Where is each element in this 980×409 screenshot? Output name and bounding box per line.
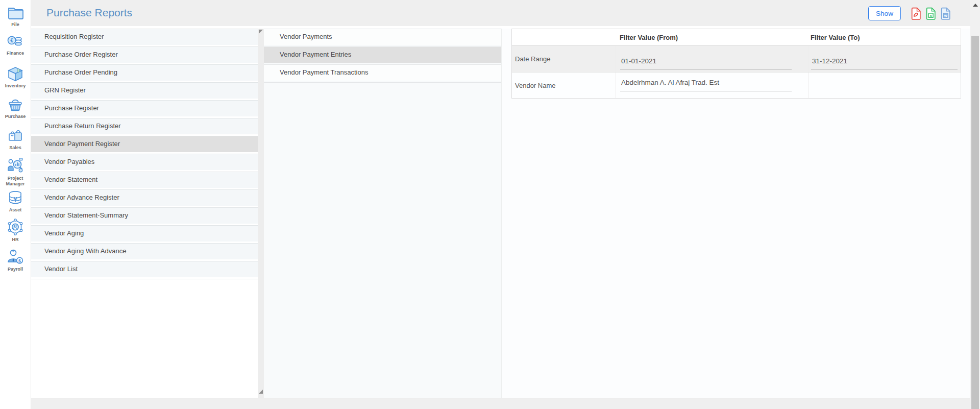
list-divider [31,279,258,279]
sidebar-item-label: Asset [0,207,31,213]
list-divider [264,82,501,83]
report-item[interactable]: Purchase Order Register [31,46,258,64]
report-item[interactable]: Vendor Payables [31,154,258,172]
filter-table-header: Filter Value (From) Filter Value (To) [512,29,961,46]
report-item[interactable]: Purchase Return Register [31,118,258,136]
filter-table: Filter Value (From) Filter Value (To) Da… [511,29,961,99]
splitter-collapse-bottom-icon[interactable] [259,390,263,394]
sidebar-item-label: Purchase [0,114,31,119]
person-analytics-icon [0,157,31,175]
report-item[interactable]: Vendor Statement-Summary [31,207,258,225]
footer-bar [31,398,970,409]
panel-splitter[interactable] [258,29,264,398]
sub-report-list-panel: Vendor Payments Vendor Payment Entries V… [264,29,502,398]
splitter-collapse-top-icon[interactable] [259,30,263,34]
coins-icon: € [0,33,31,50]
show-button[interactable]: Show [868,6,901,20]
export-word-icon[interactable]: w [940,7,951,20]
sidebar-item-label: Inventory [0,83,31,89]
sidebar-item-label: HR [0,237,31,243]
header-bar: Purchase Reports Show x w [31,0,970,26]
report-item[interactable]: Purchase Order Pending [31,64,258,82]
scrollbar-thumb[interactable] [971,36,979,409]
export-pdf-icon[interactable] [911,7,922,20]
sidebar-item-sales[interactable]: Sales [0,127,31,151]
person-dollar-icon: $ [0,248,31,266]
sidebar-item-project-manager[interactable]: Project Manager [0,157,31,187]
svg-text:$: $ [18,258,21,263]
sidebar-item-label: File [0,22,31,28]
filter-empty-cell [808,73,960,98]
sidebar-item-inventory[interactable]: Inventory [0,65,31,89]
date-from-input[interactable] [620,56,792,70]
svg-text:¥: ¥ [13,196,17,203]
money-stack-icon: ¥ [0,189,31,207]
filter-panel: Filter Value (From) Filter Value (To) Da… [502,29,970,398]
report-item[interactable]: Vendor Aging [31,225,258,243]
report-item[interactable]: Purchase Register [31,100,258,118]
date-to-input[interactable] [811,56,958,70]
sub-report-item-selected[interactable]: Vendor Payment Entries [264,46,501,64]
report-item[interactable]: Vendor Advance Register [31,189,258,207]
svg-text:w: w [944,13,948,18]
filter-row-label: Date Range [512,46,616,72]
report-item[interactable]: Vendor Aging With Advance [31,243,258,261]
sidebar-item-label: Sales [0,145,31,151]
report-item[interactable]: Vendor Statement [31,172,258,189]
report-item[interactable]: GRN Register [31,82,258,100]
module-sidebar: File € Finance Inventory [0,0,31,409]
sub-report-item[interactable]: Vendor Payments [264,29,501,46]
sidebar-item-hr[interactable]: HR [0,218,31,243]
people-network-icon [0,218,31,236]
filter-column-to: Filter Value (To) [808,29,960,45]
filter-row-label: Vendor Name [512,73,616,98]
basket-icon [0,96,31,113]
shopping-bags-icon [0,127,31,145]
sidebar-item-label: Project Manager [0,176,31,187]
scroll-up-arrow-icon[interactable] [973,4,978,7]
filter-row-vendor-name: Vendor Name [512,73,961,98]
sidebar-item-file[interactable]: File [0,4,31,28]
export-excel-icon[interactable]: x [925,7,937,20]
sidebar-item-label: Finance [0,51,31,56]
report-item[interactable]: Vendor List [31,261,258,279]
vertical-scrollbar[interactable] [970,0,980,409]
report-item[interactable]: Requisition Register [31,29,258,46]
report-item-selected[interactable]: Vendor Payment Register [31,136,258,154]
svg-text:x: x [930,13,933,18]
vendor-name-input[interactable] [620,77,792,91]
sidebar-item-purchase[interactable]: Purchase [0,96,31,119]
sidebar-item-label: Payroll [0,267,31,272]
sidebar-item-payroll[interactable]: $ Payroll [0,248,31,272]
sidebar-item-finance[interactable]: € Finance [0,33,31,56]
page-title: Purchase Reports [46,7,132,19]
report-list-panel: Requisition Register Purchase Order Regi… [31,29,258,398]
folder-icon [0,4,31,21]
filter-row-date-range: Date Range [512,46,961,73]
filter-column-from: Filter Value (From) [616,29,808,45]
svg-text:€: € [10,38,13,43]
box-icon [0,65,31,83]
sidebar-item-asset[interactable]: ¥ Asset [0,189,31,213]
sub-report-item[interactable]: Vendor Payment Transactions [264,64,501,82]
